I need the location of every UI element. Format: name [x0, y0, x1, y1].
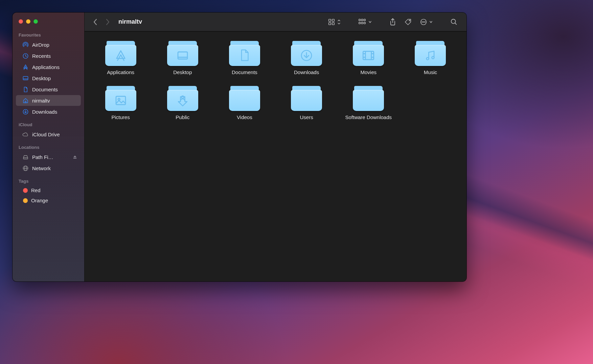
- folder-icon: [353, 41, 384, 66]
- sidebar-section-label: Favourites: [13, 28, 84, 39]
- svg-rect-23: [364, 22, 366, 24]
- sidebar-item-label: Red: [31, 187, 78, 193]
- sidebar: FavouritesAirDropRecentsApplicationsDesk…: [13, 13, 84, 281]
- desktop-icon: [22, 75, 29, 82]
- sidebar-item-airdrop[interactable]: AirDrop: [16, 39, 81, 50]
- svg-rect-14: [329, 19, 331, 21]
- svg-rect-19: [361, 19, 363, 21]
- folder-music[interactable]: Music: [401, 41, 460, 76]
- svg-rect-22: [361, 22, 363, 24]
- forward-button[interactable]: [103, 17, 112, 27]
- sidebar-section-label: Locations: [13, 140, 84, 151]
- apps-icon: [22, 64, 29, 70]
- file-grid-area[interactable]: ApplicationsDesktopDocumentsDownloadsMov…: [85, 31, 466, 281]
- svg-line-30: [455, 23, 457, 24]
- edit-tags-button[interactable]: [402, 17, 414, 27]
- folder-icon: [105, 41, 136, 66]
- sidebar-item-label: Desktop: [32, 75, 78, 81]
- tag-dot-icon: [23, 188, 28, 193]
- sidebar-item-label: AirDrop: [32, 42, 78, 48]
- sidebar-item-label: iCloud Drive: [32, 132, 78, 137]
- toolbar: nirmaltv: [85, 13, 466, 31]
- folder-public[interactable]: Public: [153, 86, 212, 121]
- fullscreen-window-button[interactable]: [33, 19, 38, 24]
- window-controls: [13, 17, 84, 28]
- minimize-window-button[interactable]: [26, 19, 30, 24]
- search-button[interactable]: [448, 17, 460, 27]
- svg-point-26: [422, 22, 423, 22]
- sidebar-item-downloads[interactable]: Downloads: [16, 106, 81, 117]
- download-icon: [22, 108, 29, 115]
- sidebar-item-path-fi[interactable]: Path Fi…: [16, 152, 81, 162]
- sidebar-section-label: Tags: [13, 174, 84, 185]
- svg-rect-10: [73, 158, 77, 159]
- folder-icon: [353, 86, 384, 111]
- svg-rect-17: [332, 22, 334, 24]
- folder-movies[interactable]: Movies: [339, 41, 398, 76]
- svg-rect-6: [25, 101, 26, 103]
- svg-rect-4: [23, 76, 28, 79]
- svg-point-45: [432, 56, 434, 59]
- group-by-button[interactable]: [356, 17, 374, 27]
- close-window-button[interactable]: [19, 19, 23, 24]
- sidebar-item-label: Path Fi…: [32, 154, 69, 160]
- airdrop-icon: [22, 41, 29, 48]
- svg-point-0: [25, 44, 26, 45]
- svg-point-44: [427, 58, 429, 60]
- sidebar-item-documents[interactable]: Documents: [16, 84, 81, 95]
- folder-icon: [291, 41, 322, 66]
- eject-icon[interactable]: [73, 155, 77, 159]
- folder-videos[interactable]: Videos: [215, 86, 274, 121]
- svg-rect-15: [332, 19, 334, 21]
- more-actions-button[interactable]: [417, 17, 435, 27]
- sidebar-item-network[interactable]: Network: [16, 163, 81, 174]
- sidebar-item-orange[interactable]: Orange: [16, 196, 81, 205]
- sidebar-item-label: Applications: [32, 64, 78, 70]
- doc-icon: [22, 86, 29, 93]
- home-icon: [22, 97, 29, 104]
- folder-users[interactable]: Users: [277, 86, 336, 121]
- folder-label: Pictures: [111, 114, 130, 121]
- clock-icon: [22, 52, 29, 59]
- sidebar-item-label: Documents: [32, 87, 78, 92]
- sidebar-item-red[interactable]: Red: [16, 185, 81, 195]
- svg-rect-16: [329, 22, 331, 24]
- sidebar-item-recents[interactable]: Recents: [16, 50, 81, 61]
- share-button[interactable]: [387, 17, 399, 27]
- folder-downloads[interactable]: Downloads: [277, 41, 336, 76]
- sidebar-item-label: Network: [32, 165, 78, 171]
- folder-label: Applications: [107, 69, 134, 76]
- svg-rect-46: [116, 96, 126, 105]
- svg-rect-21: [359, 22, 361, 24]
- folder-icon: [291, 86, 322, 111]
- svg-rect-33: [178, 52, 187, 59]
- sidebar-section-label: iCloud: [13, 117, 84, 129]
- svg-rect-18: [359, 19, 361, 21]
- view-mode-button[interactable]: [325, 17, 343, 27]
- finder-window: FavouritesAirDropRecentsApplicationsDesk…: [13, 13, 466, 281]
- folder-icon: [167, 41, 198, 66]
- cloud-icon: [22, 131, 29, 138]
- svg-rect-37: [363, 51, 374, 60]
- folder-software-downloads[interactable]: Software Downloads: [339, 86, 398, 121]
- svg-rect-20: [364, 19, 366, 21]
- sidebar-item-icloud-drive[interactable]: iCloud Drive: [16, 129, 81, 140]
- sidebar-item-desktop[interactable]: Desktop: [16, 73, 81, 84]
- folder-desktop[interactable]: Desktop: [153, 41, 212, 76]
- sidebar-item-applications[interactable]: Applications: [16, 62, 81, 72]
- svg-point-28: [425, 22, 425, 22]
- network-icon: [22, 165, 29, 172]
- sidebar-item-label: Recents: [32, 53, 78, 59]
- back-button[interactable]: [91, 17, 100, 27]
- sidebar-item-nirmaltv[interactable]: nirmaltv: [16, 95, 81, 106]
- folder-label: Public: [176, 114, 189, 121]
- svg-point-47: [118, 98, 120, 100]
- folder-applications[interactable]: Applications: [91, 41, 150, 76]
- svg-point-24: [409, 20, 410, 21]
- sidebar-item-label: Orange: [31, 198, 78, 203]
- folder-pictures[interactable]: Pictures: [91, 86, 150, 121]
- main-area: nirmaltv: [84, 13, 466, 281]
- sidebar-item-label: Downloads: [32, 109, 78, 115]
- folder-documents[interactable]: Documents: [215, 41, 274, 76]
- tag-dot-icon: [23, 198, 28, 203]
